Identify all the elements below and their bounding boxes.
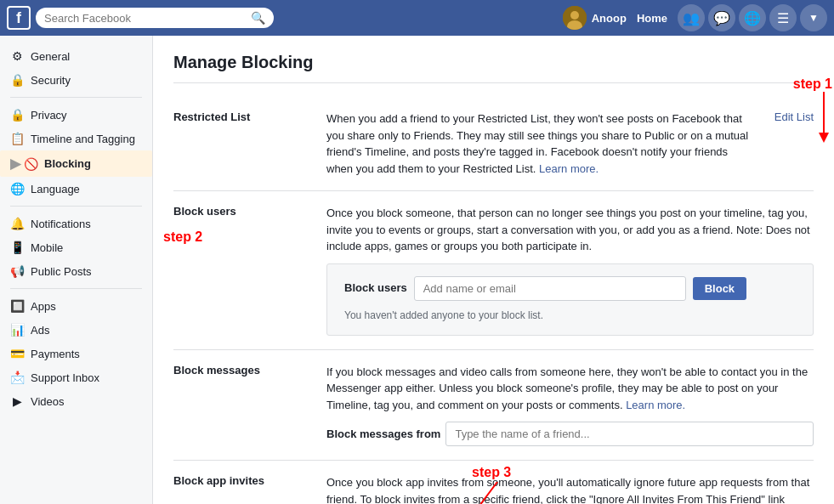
sidebar-item-payments[interactable]: 💳 Payments [0, 342, 152, 365]
sidebar-item-label: Privacy [31, 109, 67, 122]
sidebar-item-label: Blocking [44, 157, 91, 170]
no-block-text: You haven't added anyone to your block l… [344, 308, 796, 323]
sidebar-item-videos[interactable]: ▶ Videos [0, 389, 152, 413]
block-messages-form-label: Block messages from [326, 426, 440, 443]
sidebar-item-label: General [31, 50, 70, 63]
restricted-learn-more-link[interactable]: Learn more. [539, 162, 599, 175]
block-button[interactable]: Block [693, 277, 746, 300]
sidebar-divider-2 [10, 206, 142, 207]
sidebar-item-mobile[interactable]: 📱 Mobile [0, 235, 152, 259]
blocking-icon: 🚫 [24, 157, 37, 171]
block-users-label: Block users [173, 205, 309, 336]
block-users-content: Once you block someone, that person can … [326, 205, 814, 336]
edit-list-link[interactable]: Edit List [774, 110, 814, 177]
avatar [563, 6, 587, 30]
sidebar-item-label: Timeline and Tagging [31, 133, 135, 145]
block-app-invites-label: Block app invites [173, 474, 309, 504]
blocking-arrow-icon: ▶ [10, 156, 20, 172]
search-icon[interactable]: 🔍 [251, 11, 265, 25]
section-block-app-invites: Block app invites Once you block app inv… [173, 461, 814, 504]
apps-icon: 🔲 [10, 299, 24, 313]
ads-icon: 📊 [10, 323, 24, 337]
section-block-messages: Block messages If you block messages and… [173, 350, 814, 462]
sidebar-item-label: Payments [31, 348, 80, 360]
support-inbox-icon: 📩 [10, 371, 24, 384]
privacy-icon: 🔒 [10, 108, 24, 122]
sidebar-item-label: Notifications [31, 218, 91, 230]
friends-icon[interactable]: 👥 [678, 4, 705, 31]
main-content: Manage Blocking Restricted List When you… [153, 36, 834, 504]
sidebar-item-public-posts[interactable]: 📢 Public Posts [0, 259, 152, 283]
section-restricted-list: Restricted List When you add a friend to… [173, 97, 814, 191]
block-users-input[interactable] [414, 276, 686, 301]
public-posts-icon: 📢 [10, 264, 24, 278]
sidebar-item-label: Ads [31, 324, 49, 337]
search-bar: 🔍 [36, 8, 274, 28]
block-users-row: Block users Block [344, 276, 796, 301]
sidebar-item-apps[interactable]: 🔲 Apps [0, 294, 152, 318]
sidebar-item-general[interactable]: ⚙ General [0, 44, 152, 68]
nav-right: Anoop Home 👥 💬 🌐 ☰ ▼ [563, 4, 827, 31]
block-app-invites-content: Once you block app invites from someone,… [326, 474, 814, 504]
sidebar-item-security[interactable]: 🔒 Security [0, 68, 152, 92]
mobile-icon: 📱 [10, 241, 24, 254]
restricted-list-label: Restricted List [173, 110, 309, 177]
notifications-icon: 🔔 [10, 217, 24, 230]
page-title: Manage Blocking [173, 53, 814, 83]
sidebar-item-timeline-tagging[interactable]: 📋 Timeline and Tagging [0, 127, 152, 150]
settings-icon[interactable]: ☰ [769, 4, 797, 31]
sidebar-item-support-inbox[interactable]: 📩 Support Inbox [0, 365, 152, 389]
sidebar-item-privacy[interactable]: 🔒 Privacy [0, 103, 152, 127]
home-button[interactable]: Home [630, 8, 674, 28]
dropdown-icon[interactable]: ▼ [800, 4, 827, 31]
block-messages-form: Block messages from [326, 422, 814, 446]
restricted-list-content: When you add a friend to your Restricted… [326, 110, 757, 177]
videos-icon: ▶ [10, 394, 24, 408]
profile-name: Anoop [592, 12, 627, 25]
messages-learn-more-link[interactable]: Learn more. [626, 399, 685, 411]
svg-point-1 [570, 11, 579, 20]
security-icon: 🔒 [10, 73, 24, 87]
sidebar-divider-1 [10, 97, 142, 98]
sidebar-item-language[interactable]: 🌐 Language [0, 177, 152, 201]
block-messages-label: Block messages [173, 364, 309, 447]
search-input[interactable] [44, 12, 247, 25]
block-messages-input[interactable] [445, 422, 814, 446]
sidebar-item-label: Videos [31, 395, 65, 408]
payments-icon: 💳 [10, 347, 24, 360]
top-navigation: f 🔍 Anoop Home 👥 💬 🌐 ☰ ▼ [0, 0, 834, 36]
nav-profile[interactable]: Anoop [563, 6, 627, 30]
messages-icon[interactable]: 💬 [708, 4, 735, 31]
sidebar-item-label: Security [31, 74, 71, 87]
timeline-icon: 📋 [10, 132, 24, 145]
sidebar-item-ads[interactable]: 📊 Ads [0, 318, 152, 342]
sidebar-item-label: Public Posts [31, 265, 92, 278]
block-users-form-label: Block users [344, 280, 407, 297]
sidebar-item-label: Apps [31, 300, 56, 313]
block-users-form: Block users Block You haven't added anyo… [326, 263, 814, 336]
sidebar-item-label: Mobile [31, 241, 63, 254]
language-icon: 🌐 [10, 182, 24, 195]
sidebar: ⚙ General 🔒 Security 🔒 Privacy 📋 Timelin… [0, 36, 153, 504]
sidebar-item-blocking[interactable]: ▶ 🚫 Blocking [0, 150, 152, 177]
section-block-users: Block users Once you block someone, that… [173, 191, 814, 350]
block-messages-content: If you block messages and video calls fr… [326, 364, 814, 447]
globe-icon[interactable]: 🌐 [739, 4, 766, 31]
general-icon: ⚙ [10, 49, 24, 63]
main-layout: ⚙ General 🔒 Security 🔒 Privacy 📋 Timelin… [0, 36, 834, 504]
sidebar-divider-3 [10, 288, 142, 289]
sidebar-item-label: Language [31, 183, 80, 195]
sidebar-item-label: Support Inbox [31, 371, 99, 384]
facebook-logo[interactable]: f [7, 6, 31, 30]
sidebar-item-notifications[interactable]: 🔔 Notifications [0, 212, 152, 235]
